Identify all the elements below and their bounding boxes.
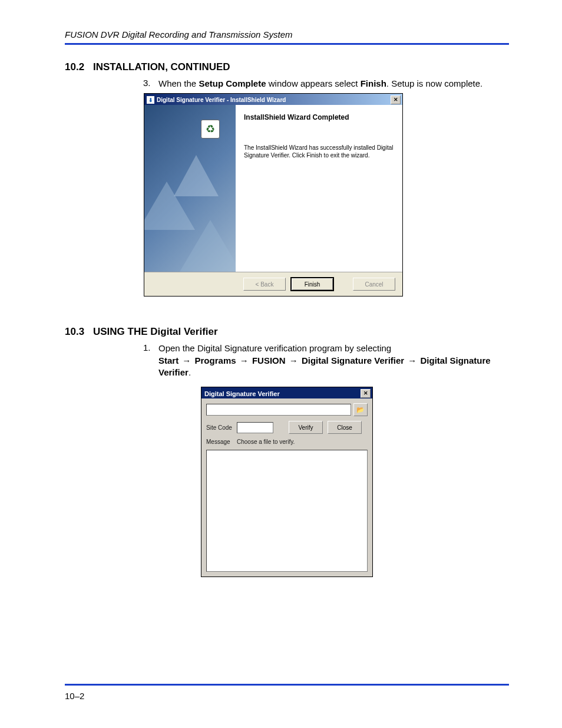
doc-header: FUSION DVR Digital Recording and Transmi… xyxy=(65,29,509,39)
section-number: 10.2 xyxy=(65,61,93,73)
list-number: 3. xyxy=(143,78,158,88)
site-code-input[interactable] xyxy=(237,422,273,433)
list-number: 1. xyxy=(143,342,158,353)
close-icon[interactable]: ✕ xyxy=(391,95,401,104)
window-titlebar: ⬇ Digital Signature Verifier - InstallSh… xyxy=(144,94,402,105)
list-text: When the Setup Complete window appears s… xyxy=(158,78,494,90)
section-number: 10.3 xyxy=(65,326,93,338)
site-code-label: Site Code xyxy=(206,424,237,431)
window-title: Digital Signature Verifier - InstallShie… xyxy=(157,97,286,103)
browse-button[interactable]: 📂 xyxy=(353,403,368,416)
page-number: 10–2 xyxy=(65,691,84,701)
footer-rule xyxy=(65,684,509,686)
back-button: < Back xyxy=(243,278,286,291)
verifier-screenshot: Digital Signature Verifier ✕ 📂 Site Code… xyxy=(201,387,373,577)
verify-button[interactable]: Verify xyxy=(289,421,323,434)
installshield-screenshot: ⬇ Digital Signature Verifier - InstallSh… xyxy=(144,93,403,297)
wizard-paragraph: The InstallShield Wizard has successfull… xyxy=(244,144,395,159)
section-title: USING THE Digital Verifier xyxy=(93,326,218,337)
message-label: Message xyxy=(206,439,237,445)
close-button[interactable]: Close xyxy=(328,421,362,434)
section-10-2: 10.2INSTALLATION, CONTINUED 3.When the S… xyxy=(65,61,509,297)
section-title: INSTALLATION, CONTINUED xyxy=(93,61,230,73)
window-title: Digital Signature Verifier xyxy=(204,390,280,397)
cancel-button: Cancel xyxy=(353,278,395,291)
finish-button[interactable]: Finish xyxy=(290,277,334,291)
list-text: Open the Digital Signature verification … xyxy=(158,342,494,378)
results-list xyxy=(206,450,368,572)
message-text: Choose a file to verify. xyxy=(237,439,295,445)
wizard-sidebar-graphic: ♻ xyxy=(144,105,236,272)
close-icon[interactable]: ✕ xyxy=(361,389,371,398)
window-titlebar: Digital Signature Verifier ✕ xyxy=(201,387,372,398)
file-path-input[interactable] xyxy=(206,404,351,416)
wizard-heading: InstallShield Wizard Completed xyxy=(244,113,395,121)
section-10-3: 10.3USING THE Digital Verifier 1.Open th… xyxy=(65,326,509,577)
app-icon: ⬇ xyxy=(147,96,154,104)
setup-icon: ♻ xyxy=(201,120,220,139)
header-rule xyxy=(65,43,509,45)
